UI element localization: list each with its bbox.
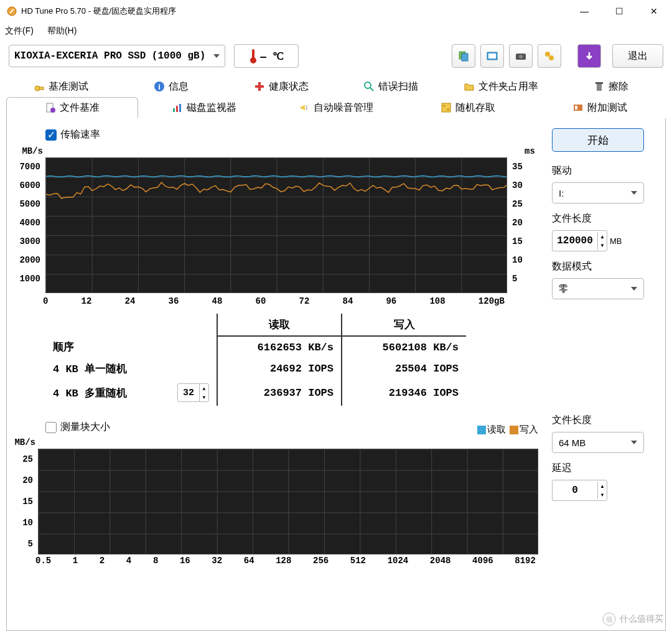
camera-icon [515, 50, 527, 62]
drive-select[interactable]: KIOXIA-EXCERIA PRO SSD (1000 gB) [9, 45, 225, 67]
filelen2-select[interactable]: 64 MB [552, 432, 644, 453]
tab-random[interactable]: 随机存取 [402, 97, 534, 118]
side-drive-value: I: [559, 188, 564, 199]
chart1-xtick: 60 [256, 296, 266, 306]
menu-file[interactable]: 文件(F) [5, 26, 34, 37]
chart1-ytick-r: 35 [512, 157, 528, 176]
close-button[interactable]: ✕ [640, 2, 668, 21]
svg-rect-12 [39, 87, 44, 90]
save-button[interactable] [577, 44, 601, 68]
tab-folder[interactable]: 文件夹占用率 [446, 76, 556, 97]
spinner-down-icon[interactable]: ▼ [200, 393, 208, 401]
chart2-ytick: 10 [14, 512, 33, 533]
multi-count-input[interactable] [178, 388, 199, 398]
multi-count-spinner[interactable]: ▲▼ [177, 383, 209, 402]
tab-key[interactable]: 基准测试 [6, 76, 116, 97]
chart1-y-unit: MB/s [14, 146, 43, 156]
spinner-down-icon[interactable]: ▼ [598, 241, 607, 250]
filelen2-value: 64 MB [559, 437, 586, 448]
svg-text:值: 值 [606, 615, 613, 623]
maximize-button[interactable]: ☐ [605, 2, 633, 21]
chart2-wrap: 252015105 [14, 449, 543, 554]
chart2-legend: 读取 写入 [477, 424, 538, 436]
pattern-select[interactable]: 零 [552, 278, 644, 299]
spinner-up-icon[interactable]: ▲ [598, 482, 607, 490]
results-col-write: 写入 [342, 314, 466, 336]
chart2-ytick: 20 [14, 470, 33, 491]
copy-button[interactable] [452, 44, 475, 68]
svg-point-9 [545, 52, 550, 57]
tab-content: ✓ 传输速率 MB/s ms 7000600050004000300020001… [6, 118, 666, 631]
chart1-ytick: 4000 [14, 213, 40, 232]
chart2-xtick: 1 [73, 556, 78, 566]
health-icon [254, 81, 265, 92]
tab-info[interactable]: i信息 [116, 76, 226, 97]
watermark-text: 什么值得买 [620, 614, 663, 625]
toolbar: KIOXIA-EXCERIA PRO SSD (1000 gB) — ℃ 退出 [0, 40, 672, 72]
filelen-input[interactable] [553, 235, 597, 246]
results-col-read: 读取 [217, 314, 342, 336]
svg-rect-25 [179, 104, 181, 112]
svg-point-22 [50, 108, 55, 113]
filelen-spinner[interactable]: ▲▼ [552, 230, 607, 251]
latency-input[interactable] [553, 485, 597, 496]
side-panel: 开始 驱动 I: 文件长度 ▲▼ MB 数据模式 零 文件长度 64 MB 延迟… [552, 124, 658, 624]
info-icon: i [154, 81, 165, 92]
spinner-up-icon[interactable]: ▲ [598, 232, 607, 241]
menu-help[interactable]: 帮助(H) [47, 26, 77, 37]
exit-button[interactable]: 退出 [612, 44, 663, 68]
chart2-xtick: 8192 [515, 556, 536, 566]
multi-read-value: 236937 IOPS [217, 380, 342, 406]
seq-read-value: 6162653 KB/s [217, 336, 342, 358]
tab-erase[interactable]: 擦除 [556, 76, 666, 97]
chart2-xtick: 512 [350, 556, 366, 566]
block-size-label: 测量块大小 [60, 421, 110, 434]
chart2-ytick: 25 [14, 449, 33, 470]
side-latency-label: 延迟 [552, 462, 658, 475]
tab-extra[interactable]: 附加测试 [534, 97, 666, 118]
block-size-checkbox[interactable] [45, 422, 57, 433]
legend-read-label: 读取 [487, 424, 506, 434]
side-drive-select[interactable]: I: [552, 182, 644, 203]
side-filelen2-label: 文件长度 [552, 414, 658, 427]
latency-spinner[interactable]: ▲▼ [552, 480, 607, 501]
minimize-button[interactable]: — [570, 2, 599, 21]
tab-health[interactable]: 健康状态 [226, 76, 336, 97]
tab-sound[interactable]: 自动噪音管理 [270, 97, 402, 118]
tab-label: 磁盘监视器 [187, 101, 236, 115]
temperature-value: — ℃ [260, 50, 283, 62]
svg-rect-20 [595, 82, 603, 84]
watermark: 值 什么值得买 [602, 612, 663, 626]
chart2-xtick: 4096 [472, 556, 493, 566]
copy-icon [457, 50, 470, 62]
tab-label: 自动噪音管理 [314, 101, 373, 115]
chart1-ytick-r: 30 [512, 176, 528, 195]
camera-button[interactable] [509, 44, 533, 68]
transfer-rate-checkbox[interactable]: ✓ [45, 129, 57, 141]
settings-button[interactable] [538, 44, 561, 68]
transfer-rate-checkbox-row: ✓ 传输速率 [45, 128, 543, 141]
spinner-down-icon[interactable]: ▼ [598, 490, 607, 499]
transfer-rate-chart [45, 157, 507, 293]
search-icon [363, 81, 375, 92]
tab-label: 错误扫描 [378, 80, 418, 93]
tab-search[interactable]: 错误扫描 [336, 76, 446, 97]
svg-point-2 [250, 57, 256, 63]
chart2-xtick: 0.5 [35, 556, 51, 566]
monitor-icon [172, 102, 183, 113]
svg-rect-23 [173, 108, 175, 112]
download-arrow-icon [583, 50, 595, 62]
svg-rect-19 [597, 83, 602, 91]
pattern-value: 零 [559, 283, 568, 295]
chart2-xtick: 2048 [430, 556, 451, 566]
chart2-xtick: 256 [313, 556, 329, 566]
single-write-value: 25504 IOPS [342, 358, 466, 380]
chart1-ytick-r: 25 [512, 195, 528, 213]
screenshot-button[interactable] [480, 44, 504, 68]
svg-rect-4 [462, 54, 468, 61]
tab-filebench[interactable]: 文件基准 [6, 97, 138, 118]
spinner-up-icon[interactable]: ▲ [200, 384, 208, 393]
tab-monitor[interactable]: 磁盘监视器 [138, 97, 270, 118]
chart1-xtick: 12 [82, 296, 92, 306]
start-button[interactable]: 开始 [552, 128, 644, 152]
